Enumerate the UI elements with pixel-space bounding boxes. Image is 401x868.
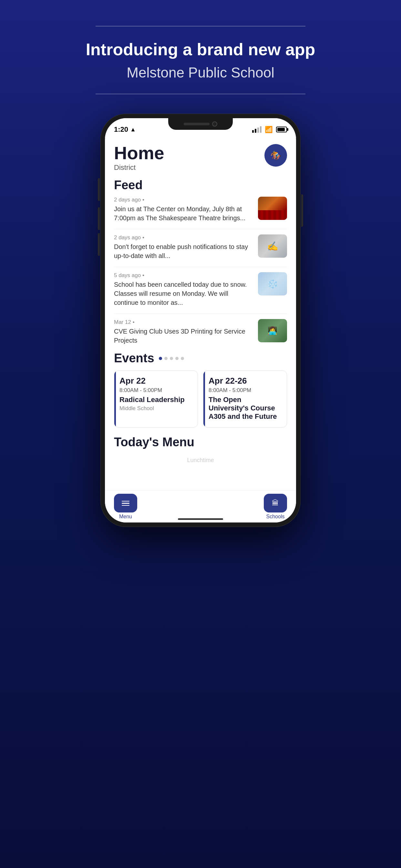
feed-divider: [114, 229, 287, 229]
battery-icon: [276, 127, 287, 132]
status-indicators: 📶: [252, 126, 287, 133]
feed-image-theater: [258, 197, 287, 220]
event-name: The Open University's Course A305 and th…: [209, 396, 281, 421]
feed-text: Mar 12 • CVE Giving Club Uses 3D Printin…: [114, 319, 253, 345]
feed-image-kids: 👩‍💻: [258, 319, 287, 342]
feed-section-title: Feed: [114, 178, 287, 192]
feed-image-snow: ❄️: [258, 272, 287, 296]
wifi-icon: 📶: [265, 126, 273, 133]
intro-subtitle: Melstone Public School: [127, 65, 274, 81]
feed-body: CVE Giving Club Uses 3D Printing for Ser…: [114, 327, 253, 345]
feed-item[interactable]: 2 days ago • Don't forget to enable push…: [114, 235, 287, 260]
menu-section-title: Today's Menu: [114, 435, 287, 449]
feed-text: 2 days ago • Don't forget to enable push…: [114, 235, 253, 260]
feed-item[interactable]: Mar 12 • CVE Giving Club Uses 3D Printin…: [114, 319, 287, 345]
feed-item[interactable]: 5 days ago • School has been cancelled t…: [114, 272, 287, 307]
events-header: Events: [114, 351, 287, 365]
schools-tab-icon-box[interactable]: 🏛: [264, 494, 287, 513]
notch: [168, 118, 233, 130]
feed-body: Join us at The Center on Monday, July 8t…: [114, 205, 253, 222]
event-date: Apr 22: [120, 376, 192, 386]
event-name: Radical Leadership: [120, 396, 192, 404]
dot-2: [164, 357, 167, 360]
event-location: Middle School: [120, 405, 192, 412]
dot-4: [175, 357, 179, 360]
school-building-icon: 🏛: [272, 499, 279, 507]
feed-divider: [114, 314, 287, 314]
phone-mockup: 1:20 ▲ 📶: [100, 114, 301, 527]
hamburger-icon: [122, 501, 129, 506]
events-pagination-dots: [159, 357, 184, 360]
status-bar: 1:20 ▲ 📶: [105, 118, 296, 137]
events-row: Apr 22 8:00AM - 5:00PM Radical Leadershi…: [114, 370, 287, 428]
schools-tab-label: Schools: [266, 514, 285, 520]
tab-bar: Menu 🏛 Schools: [105, 490, 296, 523]
phone-outer-shell: 1:20 ▲ 📶: [100, 114, 301, 527]
dot-5: [181, 357, 184, 360]
dot-3: [170, 357, 173, 360]
app-content: Home District 🏇 Feed 2 days ago • Join u…: [105, 137, 296, 497]
feed-meta: 2 days ago •: [114, 197, 253, 203]
battery-fill: [277, 128, 285, 131]
event-time: 8:00AM - 5:00PM: [209, 387, 281, 394]
event-card-1[interactable]: Apr 22 8:00AM - 5:00PM Radical Leadershi…: [114, 370, 198, 428]
feed-text: 5 days ago • School has been cancelled t…: [114, 272, 253, 307]
event-card-2[interactable]: Apr 22-26 8:00AM - 5:00PM The Open Unive…: [203, 370, 287, 428]
home-indicator: [178, 518, 223, 520]
avatar[interactable]: 🏇: [265, 144, 287, 166]
home-header: Home District 🏇: [114, 144, 287, 172]
feed-meta: 5 days ago •: [114, 272, 253, 279]
page-subtitle: District: [114, 163, 164, 172]
status-time: 1:20 ▲: [114, 125, 136, 134]
divider-bottom: [96, 94, 305, 94]
feed-meta: Mar 12 •: [114, 319, 253, 326]
signal-strength-icon: [252, 126, 261, 133]
page-title: Home: [114, 144, 164, 162]
dot-1: [159, 357, 162, 360]
front-camera: [212, 121, 217, 127]
tab-schools[interactable]: 🏛 Schools: [264, 494, 287, 520]
feed-body: Don't forget to enable push notification…: [114, 242, 253, 260]
menu-placeholder: Lunchtime: [114, 454, 287, 467]
divider-top: [96, 26, 305, 27]
events-section-title: Events: [114, 351, 154, 365]
event-date: Apr 22-26: [209, 376, 281, 386]
intro-title: Introducing a brand new app: [86, 39, 315, 59]
event-time: 8:00AM - 5:00PM: [120, 387, 192, 394]
tab-menu[interactable]: Menu: [114, 494, 137, 520]
feed-divider: [114, 267, 287, 267]
location-arrow-icon: ▲: [130, 126, 136, 133]
feed-item[interactable]: 2 days ago • Join us at The Center on Mo…: [114, 197, 287, 222]
notch-pill: [184, 123, 210, 125]
menu-tab-icon-box[interactable]: [114, 494, 137, 513]
intro-section: Introducing a brand new app Melstone Pub…: [0, 0, 401, 94]
feed-meta: 2 days ago •: [114, 235, 253, 241]
menu-tab-label: Menu: [119, 514, 132, 520]
feed-text: 2 days ago • Join us at The Center on Mo…: [114, 197, 253, 222]
home-title-group: Home District: [114, 144, 164, 172]
feed-body: School has been cancelled today due to s…: [114, 280, 253, 307]
phone-screen: 1:20 ▲ 📶: [105, 118, 296, 523]
feed-image-phone: [258, 235, 287, 258]
time-display: 1:20: [114, 125, 128, 134]
